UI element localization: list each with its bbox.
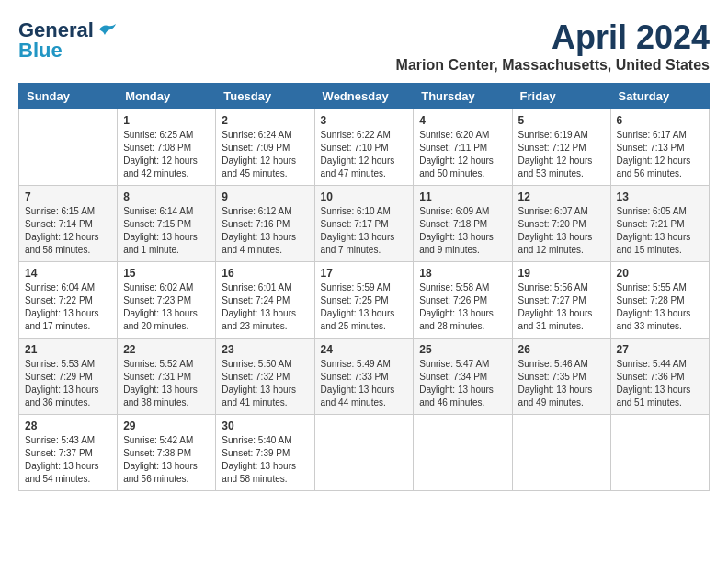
day-info: Sunrise: 6:04 AM Sunset: 7:22 PM Dayligh… (25, 282, 111, 333)
weekday-header-thursday: Thursday (414, 84, 512, 109)
location-title: Marion Center, Massachusetts, United Sta… (396, 57, 710, 74)
calendar-week-row: 1Sunrise: 6:25 AM Sunset: 7:08 PM Daylig… (19, 109, 710, 186)
calendar-cell: 18Sunrise: 5:58 AM Sunset: 7:26 PM Dayli… (414, 262, 512, 339)
day-number: 19 (518, 267, 605, 280)
calendar-cell (414, 415, 512, 491)
day-number: 18 (419, 267, 506, 280)
day-info: Sunrise: 5:52 AM Sunset: 7:31 PM Dayligh… (123, 358, 210, 409)
day-number: 13 (617, 190, 703, 203)
day-number: 22 (123, 343, 210, 356)
day-info: Sunrise: 5:42 AM Sunset: 7:38 PM Dayligh… (123, 434, 210, 486)
weekday-header-monday: Monday (118, 84, 216, 109)
calendar-cell: 1Sunrise: 6:25 AM Sunset: 7:08 PM Daylig… (118, 109, 216, 186)
weekday-header-sunday: Sunday (19, 84, 118, 109)
calendar-cell: 2Sunrise: 6:24 AM Sunset: 7:09 PM Daylig… (216, 109, 314, 186)
calendar-cell: 11Sunrise: 6:09 AM Sunset: 7:18 PM Dayli… (414, 186, 512, 262)
calendar-cell: 30Sunrise: 5:40 AM Sunset: 7:39 PM Dayli… (216, 415, 314, 491)
calendar-cell: 7Sunrise: 6:15 AM Sunset: 7:14 PM Daylig… (19, 186, 118, 262)
weekday-header-saturday: Saturday (610, 84, 709, 109)
day-info: Sunrise: 5:46 AM Sunset: 7:35 PM Dayligh… (518, 358, 605, 409)
day-number: 23 (222, 343, 308, 356)
day-info: Sunrise: 5:40 AM Sunset: 7:39 PM Dayligh… (222, 434, 308, 486)
day-number: 11 (419, 190, 506, 203)
day-info: Sunrise: 5:43 AM Sunset: 7:37 PM Dayligh… (25, 434, 111, 486)
weekday-header-tuesday: Tuesday (216, 84, 314, 109)
day-info: Sunrise: 6:05 AM Sunset: 7:21 PM Dayligh… (617, 205, 703, 257)
day-info: Sunrise: 5:53 AM Sunset: 7:29 PM Dayligh… (25, 358, 111, 409)
calendar-week-row: 14Sunrise: 6:04 AM Sunset: 7:22 PM Dayli… (19, 262, 710, 339)
day-info: Sunrise: 5:47 AM Sunset: 7:34 PM Dayligh… (419, 358, 506, 409)
day-number: 26 (518, 343, 605, 356)
calendar-cell: 13Sunrise: 6:05 AM Sunset: 7:21 PM Dayli… (610, 186, 709, 262)
calendar-cell: 29Sunrise: 5:42 AM Sunset: 7:38 PM Dayli… (118, 415, 216, 491)
calendar-week-row: 7Sunrise: 6:15 AM Sunset: 7:14 PM Daylig… (19, 186, 710, 262)
day-info: Sunrise: 5:44 AM Sunset: 7:36 PM Dayligh… (617, 358, 703, 409)
day-info: Sunrise: 6:09 AM Sunset: 7:18 PM Dayligh… (419, 205, 506, 257)
day-info: Sunrise: 6:19 AM Sunset: 7:12 PM Dayligh… (518, 129, 605, 180)
calendar-cell: 12Sunrise: 6:07 AM Sunset: 7:20 PM Dayli… (512, 186, 610, 262)
day-info: Sunrise: 6:01 AM Sunset: 7:24 PM Dayligh… (222, 282, 308, 333)
month-title: April 2024 (396, 18, 710, 57)
calendar-cell: 15Sunrise: 6:02 AM Sunset: 7:23 PM Dayli… (118, 262, 216, 339)
day-number: 14 (25, 267, 111, 280)
day-number: 9 (222, 190, 308, 203)
day-number: 25 (419, 343, 506, 356)
calendar-cell: 26Sunrise: 5:46 AM Sunset: 7:35 PM Dayli… (512, 339, 610, 415)
day-number: 5 (518, 114, 605, 127)
calendar-cell (512, 415, 610, 491)
calendar-cell: 27Sunrise: 5:44 AM Sunset: 7:36 PM Dayli… (610, 339, 709, 415)
day-info: Sunrise: 5:50 AM Sunset: 7:32 PM Dayligh… (222, 358, 308, 409)
weekday-header-wednesday: Wednesday (314, 84, 414, 109)
calendar-cell: 10Sunrise: 6:10 AM Sunset: 7:17 PM Dayli… (314, 186, 414, 262)
calendar-cell: 24Sunrise: 5:49 AM Sunset: 7:33 PM Dayli… (314, 339, 414, 415)
calendar-cell: 5Sunrise: 6:19 AM Sunset: 7:12 PM Daylig… (512, 109, 610, 186)
calendar-cell: 19Sunrise: 5:56 AM Sunset: 7:27 PM Dayli… (512, 262, 610, 339)
calendar-header-row: SundayMondayTuesdayWednesdayThursdayFrid… (19, 84, 710, 109)
day-number: 3 (321, 114, 408, 127)
day-number: 4 (419, 114, 506, 127)
calendar-cell: 20Sunrise: 5:55 AM Sunset: 7:28 PM Dayli… (610, 262, 709, 339)
day-info: Sunrise: 6:12 AM Sunset: 7:16 PM Dayligh… (222, 205, 308, 257)
day-number: 2 (222, 114, 308, 127)
day-number: 29 (123, 419, 210, 432)
logo-bird-icon (97, 22, 118, 39)
day-info: Sunrise: 5:56 AM Sunset: 7:27 PM Dayligh… (518, 282, 605, 333)
day-number: 28 (25, 419, 111, 432)
day-info: Sunrise: 6:25 AM Sunset: 7:08 PM Dayligh… (123, 129, 210, 180)
calendar-cell: 6Sunrise: 6:17 AM Sunset: 7:13 PM Daylig… (610, 109, 709, 186)
calendar-cell (610, 415, 709, 491)
day-number: 1 (123, 114, 210, 127)
day-number: 7 (25, 190, 111, 203)
logo-blue: Blue (18, 39, 63, 63)
calendar-cell: 3Sunrise: 6:22 AM Sunset: 7:10 PM Daylig… (314, 109, 414, 186)
day-info: Sunrise: 5:49 AM Sunset: 7:33 PM Dayligh… (321, 358, 408, 409)
logo: General Blue (18, 18, 118, 63)
day-info: Sunrise: 6:15 AM Sunset: 7:14 PM Dayligh… (25, 205, 111, 257)
day-info: Sunrise: 6:20 AM Sunset: 7:11 PM Dayligh… (419, 129, 506, 180)
day-info: Sunrise: 6:14 AM Sunset: 7:15 PM Dayligh… (123, 205, 210, 257)
day-info: Sunrise: 5:59 AM Sunset: 7:25 PM Dayligh… (321, 282, 408, 333)
calendar-week-row: 21Sunrise: 5:53 AM Sunset: 7:29 PM Dayli… (19, 339, 710, 415)
calendar-table: SundayMondayTuesdayWednesdayThursdayFrid… (18, 83, 710, 491)
day-number: 21 (25, 343, 111, 356)
day-number: 16 (222, 267, 308, 280)
calendar-cell: 21Sunrise: 5:53 AM Sunset: 7:29 PM Dayli… (19, 339, 118, 415)
calendar-cell: 8Sunrise: 6:14 AM Sunset: 7:15 PM Daylig… (118, 186, 216, 262)
day-info: Sunrise: 5:55 AM Sunset: 7:28 PM Dayligh… (617, 282, 703, 333)
day-number: 24 (321, 343, 408, 356)
day-info: Sunrise: 6:07 AM Sunset: 7:20 PM Dayligh… (518, 205, 605, 257)
day-info: Sunrise: 6:17 AM Sunset: 7:13 PM Dayligh… (617, 129, 703, 180)
day-info: Sunrise: 6:10 AM Sunset: 7:17 PM Dayligh… (321, 205, 408, 257)
calendar-cell: 22Sunrise: 5:52 AM Sunset: 7:31 PM Dayli… (118, 339, 216, 415)
calendar-week-row: 28Sunrise: 5:43 AM Sunset: 7:37 PM Dayli… (19, 415, 710, 491)
calendar-cell: 25Sunrise: 5:47 AM Sunset: 7:34 PM Dayli… (414, 339, 512, 415)
day-number: 8 (123, 190, 210, 203)
day-number: 6 (617, 114, 703, 127)
calendar-cell: 9Sunrise: 6:12 AM Sunset: 7:16 PM Daylig… (216, 186, 314, 262)
day-number: 15 (123, 267, 210, 280)
day-number: 17 (321, 267, 408, 280)
day-info: Sunrise: 6:22 AM Sunset: 7:10 PM Dayligh… (321, 129, 408, 180)
calendar-cell (19, 109, 118, 186)
calendar-cell: 14Sunrise: 6:04 AM Sunset: 7:22 PM Dayli… (19, 262, 118, 339)
calendar-cell: 4Sunrise: 6:20 AM Sunset: 7:11 PM Daylig… (414, 109, 512, 186)
